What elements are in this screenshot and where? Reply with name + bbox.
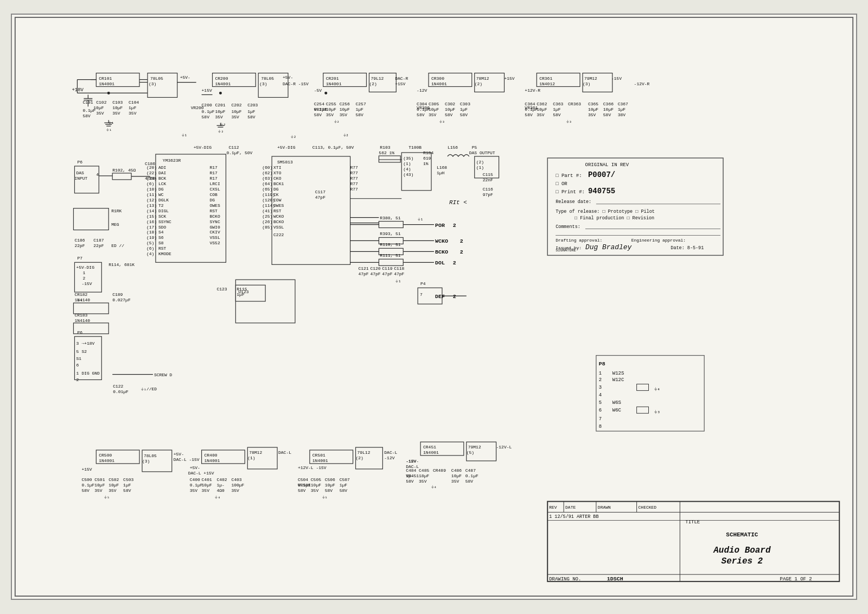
svg-text:CR400: CR400: [205, 453, 218, 458]
svg-text:□ Final production  □ Revision: □ Final production □ Revision: [575, 216, 654, 221]
svg-text:CKIV: CKIV: [210, 230, 220, 235]
svg-text:562 1%: 562 1%: [379, 150, 394, 155]
svg-text:RST: RST: [158, 246, 167, 251]
svg-text:100µF: 100µF: [231, 483, 244, 488]
svg-text:C504: C504: [298, 477, 308, 482]
svg-text:COW: COW: [273, 198, 282, 202]
svg-text:VR361: VR361: [525, 105, 538, 110]
svg-text:8: 8: [599, 424, 602, 429]
svg-text:(6): (6): [146, 181, 154, 186]
svg-text:2: 2: [82, 276, 85, 281]
svg-text:CR500: CR500: [99, 453, 112, 458]
svg-text:35V: 35V: [215, 115, 224, 119]
svg-text:R77: R77: [350, 181, 359, 186]
svg-text:-12V-L: -12V-L: [496, 445, 512, 450]
svg-text:58V: 58V: [465, 479, 474, 484]
svg-text:CR200: CR200: [215, 76, 228, 81]
svg-text:S4: S4: [158, 230, 164, 235]
svg-text:-12V-: -12V-: [406, 459, 419, 464]
svg-text:SCHEMATIC: SCHEMATIC: [726, 531, 758, 538]
svg-text:DAC-L: DAC-L: [384, 450, 397, 455]
svg-text:C362: C362: [537, 102, 547, 106]
svg-text:RST: RST: [210, 208, 218, 213]
svg-text:(5): (5): [467, 450, 474, 455]
svg-text:VR300: VR300: [417, 105, 430, 110]
svg-text:1µF: 1µF: [237, 292, 245, 297]
svg-text:Engineering approval:: Engineering approval:: [631, 238, 686, 243]
svg-text:(16): (16): [146, 219, 157, 224]
svg-text:DATE: DATE: [565, 505, 576, 510]
svg-text:⏚₄: ⏚₄: [215, 495, 221, 499]
svg-text:58V: 58V: [81, 488, 90, 493]
svg-text:-15V: -15V: [81, 281, 92, 286]
svg-text:C122: C122: [113, 384, 123, 389]
svg-text:C506: C506: [325, 477, 335, 482]
svg-text:35V: 35V: [190, 488, 198, 493]
svg-text:58V: 58V: [340, 488, 348, 493]
svg-text:2: 2: [453, 260, 456, 266]
svg-text:⏚₁: ⏚₁: [182, 132, 187, 138]
svg-text:□ Print #:: □ Print #:: [556, 189, 585, 195]
svg-text:CR361: CR361: [539, 76, 552, 81]
svg-text:C119: C119: [382, 266, 392, 271]
svg-text:35V: 35V: [94, 488, 103, 493]
svg-text:T100B: T100B: [409, 145, 422, 150]
svg-text:SYNC: SYNC: [210, 219, 220, 224]
svg-text:(17): (17): [146, 225, 157, 230]
svg-text:(85): (85): [262, 225, 272, 230]
svg-text:10µF: 10µF: [325, 483, 335, 488]
svg-text:10µF: 10µF: [340, 107, 350, 112]
svg-text:(22): (22): [146, 170, 157, 175]
svg-text:+5V-DIG: +5V-DIG: [277, 145, 296, 150]
svg-text:(64): (64): [262, 181, 272, 186]
svg-text:C256: C256: [340, 102, 350, 106]
svg-text:Drafting approval:: Drafting approval:: [556, 238, 602, 243]
svg-text:⏚₂: ⏚₂: [291, 134, 296, 140]
svg-text:VS52: VS52: [210, 240, 220, 245]
svg-text:OWES: OWES: [210, 203, 220, 208]
svg-text:CHECKED: CHECKED: [639, 505, 657, 510]
svg-text:C116: C116: [483, 187, 493, 192]
svg-text:10µF: 10µF: [429, 107, 439, 112]
svg-point-504: [107, 92, 110, 94]
svg-text:R77: R77: [350, 176, 359, 181]
svg-text:+12V-L -15V: +12V-L -15V: [298, 465, 327, 470]
svg-text:58V: 58V: [460, 112, 468, 117]
svg-text:C500: C500: [81, 477, 92, 482]
svg-text:10µF: 10µF: [94, 483, 105, 488]
svg-text:DAC-R -15V: DAC-R -15V: [283, 81, 309, 86]
svg-text:5: 5: [599, 400, 602, 406]
svg-text:10µF: 10µF: [112, 105, 123, 110]
svg-text:+5V-DIG: +5V-DIG: [194, 145, 212, 150]
svg-text:DEF: DEF: [435, 294, 445, 300]
svg-text:DIGL: DIGL: [158, 208, 169, 213]
svg-text:(1): (1): [403, 161, 411, 166]
svg-text:C402: C402: [216, 477, 227, 482]
svg-text:1µH: 1µH: [437, 170, 445, 175]
svg-text:CR451: CR451: [423, 445, 436, 450]
svg-text:(1): (1): [247, 455, 255, 460]
svg-text:⏚₁: ⏚₁: [395, 278, 401, 284]
svg-text:(63): (63): [262, 176, 272, 181]
svg-rect-244: [379, 156, 400, 162]
svg-text:CR501: CR501: [312, 453, 326, 458]
svg-text:10µF: 10µF: [588, 107, 598, 112]
svg-text:→+18V: →+18V: [81, 341, 94, 346]
svg-text:35V: 35V: [537, 112, 545, 117]
svg-text:58V: 58V: [417, 112, 425, 117]
svg-rect-208: [272, 156, 350, 264]
svg-text:10µF: 10µF: [108, 483, 119, 488]
svg-text:R77: R77: [350, 170, 359, 175]
svg-text:1N4001: 1N4001: [99, 458, 114, 463]
svg-text:(43): (43): [403, 172, 413, 177]
svg-text:Type of release: □ Prototype  : Type of release: □ Prototype □ Pilot: [556, 209, 655, 214]
svg-text:C486: C486: [451, 468, 462, 473]
svg-text:W12S: W12S: [612, 371, 624, 376]
svg-text:□ Part #:: □ Part #:: [556, 173, 582, 179]
svg-text:35V: 35V: [231, 488, 239, 493]
svg-text:S6: S6: [158, 235, 164, 240]
svg-text:58V: 58V: [314, 112, 322, 117]
svg-text:C187: C187: [93, 238, 104, 243]
svg-text:0.1µF, 50V: 0.1µF, 50V: [226, 150, 252, 155]
svg-text:⏚₅: ⏚₅: [322, 495, 328, 499]
